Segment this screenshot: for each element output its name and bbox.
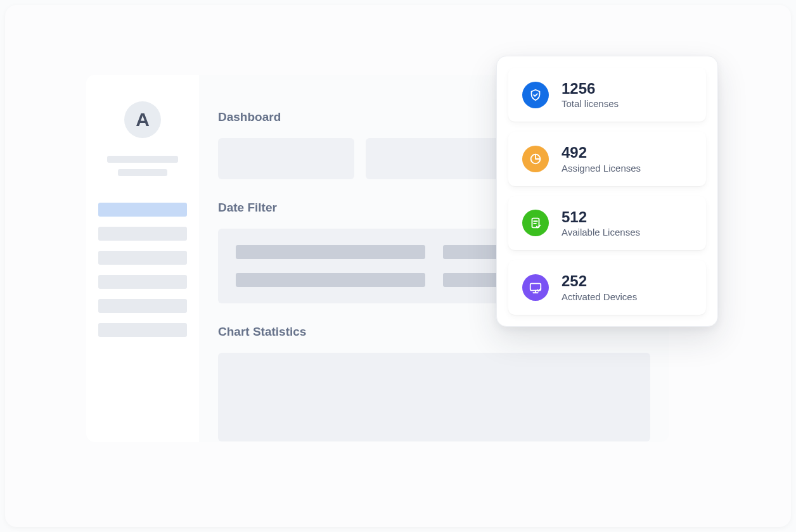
stat-card-activated-devices[interactable]: 252 Activated Devices — [508, 260, 706, 314]
svg-rect-2 — [530, 283, 541, 290]
stat-card-available-licenses[interactable]: 512 Available Licenses — [508, 196, 706, 250]
filter-field-placeholder[interactable] — [236, 245, 425, 259]
sidebar-nav-item[interactable] — [98, 275, 187, 289]
filter-field-placeholder[interactable] — [236, 273, 425, 287]
app-frame: A Dashboard Date Filter — [5, 5, 791, 527]
stat-label: Assigned Licenses — [562, 163, 641, 174]
stats-panel: 1256 Total licenses 492 Assigned License… — [496, 56, 718, 327]
sidebar-nav-item-active[interactable] — [98, 203, 187, 217]
chart-panel-placeholder — [218, 353, 650, 441]
stat-label: Activated Devices — [562, 291, 637, 302]
sidebar-nav-item[interactable] — [98, 299, 187, 313]
stat-label: Total licenses — [562, 98, 619, 109]
pie-slice-icon — [522, 146, 549, 172]
sidebar: A — [86, 75, 199, 442]
stat-card-total-licenses[interactable]: 1256 Total licenses — [508, 68, 706, 122]
sidebar-nav-item[interactable] — [98, 323, 187, 337]
dashboard-card-placeholder — [366, 138, 502, 179]
monitor-check-icon — [522, 274, 549, 301]
section-title-chart: Chart Statistics — [218, 325, 650, 339]
sidebar-subtitle-placeholder — [118, 169, 167, 176]
sidebar-username-placeholder — [107, 156, 178, 163]
avatar-initial: A — [136, 109, 150, 130]
sidebar-nav-item[interactable] — [98, 227, 187, 241]
avatar[interactable]: A — [124, 101, 161, 138]
dashboard-card-placeholder — [218, 138, 354, 179]
sidebar-nav-item[interactable] — [98, 251, 187, 265]
stat-card-assigned-licenses[interactable]: 492 Assigned Licenses — [508, 132, 706, 186]
stat-label: Available Licenses — [562, 227, 640, 238]
document-check-icon — [522, 210, 549, 236]
stat-value: 252 — [562, 273, 637, 289]
stat-value: 512 — [562, 209, 640, 225]
stat-value: 1256 — [562, 80, 619, 97]
shield-check-icon — [522, 82, 549, 108]
stat-value: 492 — [562, 144, 641, 161]
